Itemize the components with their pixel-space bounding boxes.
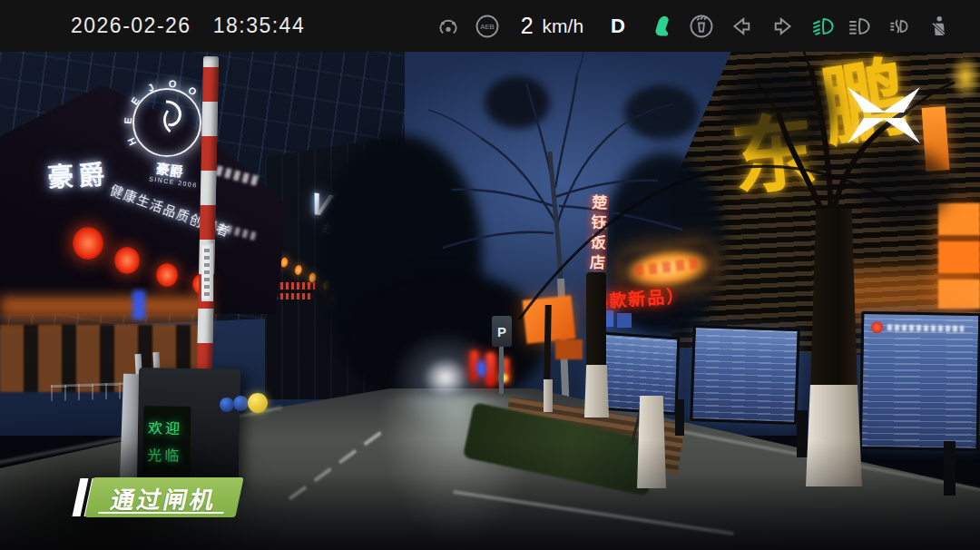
bollard-ball-blue <box>220 398 234 412</box>
event-badge-label: 通过闸机 <box>108 481 220 515</box>
dashcam-frame: 东 鹏 V 维也纳国际酒店 H <box>0 0 980 550</box>
bollard-ball-blue <box>233 396 249 411</box>
turn-right-icon <box>769 13 797 40</box>
fog-light-icon <box>886 13 913 40</box>
accelerator-pedal-icon <box>649 13 676 40</box>
event-badge-underline <box>98 512 224 515</box>
high-beam-icon <box>846 13 873 40</box>
speed-value: 2 <box>521 13 534 39</box>
speed-unit: km/h <box>543 15 584 37</box>
aeb-icon: AEB <box>474 13 501 40</box>
status-bar: 2026-02-26 18:35:44 AEB 2 km/h D <box>0 0 980 52</box>
turn-left-icon <box>728 13 755 40</box>
low-beam-icon <box>809 13 837 40</box>
brake-pedal-icon <box>688 13 715 40</box>
bollard-ball-yellow <box>248 393 268 413</box>
indicator-row: AEB 2 km/h D <box>435 13 953 40</box>
event-badge: 通过闸机 <box>84 477 243 517</box>
barrier-pole-label-text-blur <box>204 249 210 296</box>
svg-text:AEB: AEB <box>480 23 495 31</box>
driver-attention-icon <box>435 13 462 40</box>
gear-indicator: D <box>611 15 625 38</box>
xpeng-logo <box>846 85 922 145</box>
datetime: 2026-02-26 18:35:44 <box>71 14 305 38</box>
video-frame: 东 鹏 V 维也纳国际酒店 H <box>0 0 980 550</box>
date-label: 2026-02-26 <box>71 14 191 38</box>
seatbelt-icon <box>926 13 953 40</box>
time-label: 18:35:44 <box>213 14 306 38</box>
